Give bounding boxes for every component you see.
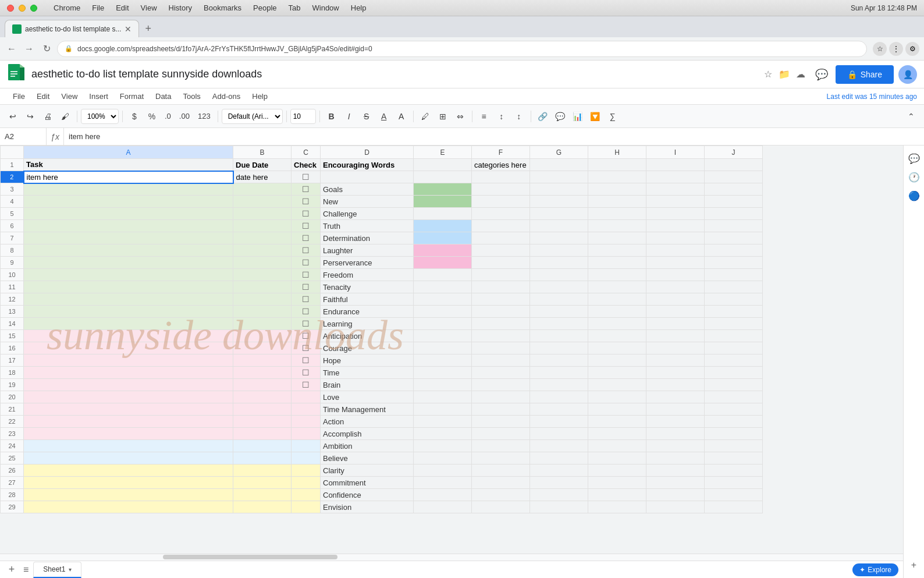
col-header-A[interactable]: A — [24, 146, 233, 159]
cell-G18[interactable] — [530, 367, 588, 379]
cell-E25[interactable] — [414, 452, 472, 464]
cell-A18[interactable] — [24, 367, 233, 379]
cell-H15[interactable] — [588, 330, 646, 342]
font-size-input[interactable] — [290, 109, 316, 124]
cell-F27[interactable] — [472, 477, 530, 489]
cell-F28[interactable] — [472, 489, 530, 501]
print-button[interactable]: 🖨 — [40, 108, 56, 125]
cell-B5[interactable] — [233, 208, 292, 220]
cell-J16[interactable] — [705, 342, 763, 354]
cell-C19[interactable]: ☐ — [292, 379, 321, 391]
cell-H22[interactable] — [588, 416, 646, 428]
redo-button[interactable]: ↪ — [22, 108, 38, 125]
cell-B12[interactable] — [233, 293, 292, 306]
cell-C27[interactable] — [292, 477, 321, 489]
cell-A1[interactable]: Task — [24, 159, 233, 171]
cell-C28[interactable] — [292, 489, 321, 501]
address-bar[interactable]: 🔒 docs.google.com/spreadsheets/d/1fo7jAr… — [57, 41, 867, 57]
mac-menu-file[interactable]: File — [92, 3, 104, 12]
cell-E29[interactable] — [414, 501, 472, 513]
menu-tools[interactable]: Tools — [177, 90, 206, 103]
chrome-tab-active[interactable]: aesthetic to-do list template s... ✕ — [5, 20, 139, 37]
align-justify-button[interactable]: ↕ — [511, 108, 527, 125]
cloud-icon[interactable]: ☁ — [795, 69, 806, 80]
cell-E3[interactable] — [414, 183, 472, 196]
cell-E15[interactable] — [414, 330, 472, 342]
cell-C20[interactable] — [292, 391, 321, 403]
italic-button[interactable]: I — [341, 108, 357, 125]
cell-C4[interactable]: ☐ — [292, 196, 321, 208]
bookmark-icon[interactable]: ☆ — [873, 42, 887, 56]
cell-E19[interactable] — [414, 379, 472, 391]
cell-I7[interactable] — [646, 232, 705, 244]
cell-I24[interactable] — [646, 440, 705, 452]
cell-D14[interactable]: Learning — [321, 318, 414, 330]
cell-F2[interactable] — [472, 171, 530, 183]
cell-A26[interactable] — [24, 464, 233, 477]
cell-J8[interactable] — [705, 244, 763, 257]
cell-C11[interactable]: ☐ — [292, 281, 321, 293]
cell-E28[interactable] — [414, 489, 472, 501]
cell-E16[interactable] — [414, 342, 472, 354]
cell-I8[interactable] — [646, 244, 705, 257]
cell-I19[interactable] — [646, 379, 705, 391]
mac-menu-bookmarks[interactable]: Bookmarks — [204, 3, 241, 12]
chart-button[interactable]: 📊 — [570, 108, 586, 125]
cell-H7[interactable] — [588, 232, 646, 244]
cell-D24[interactable]: Ambition — [321, 440, 414, 452]
cell-F21[interactable] — [472, 403, 530, 416]
cell-H20[interactable] — [588, 391, 646, 403]
cell-H5[interactable] — [588, 208, 646, 220]
cell-C2[interactable]: ☐ — [292, 171, 321, 183]
cell-D22[interactable]: Action — [321, 416, 414, 428]
col-header-G[interactable]: G — [530, 146, 588, 159]
align-left-button[interactable]: ≡ — [476, 108, 492, 125]
cell-E14[interactable] — [414, 318, 472, 330]
merge-button[interactable]: ⇔ — [452, 108, 468, 125]
cell-J25[interactable] — [705, 452, 763, 464]
cell-I3[interactable] — [646, 183, 705, 196]
close-btn[interactable] — [7, 5, 14, 12]
cell-J14[interactable] — [705, 318, 763, 330]
forward-button[interactable]: → — [22, 42, 36, 56]
cell-A5[interactable] — [24, 208, 233, 220]
cell-H25[interactable] — [588, 452, 646, 464]
cell-A28[interactable] — [24, 489, 233, 501]
cell-H27[interactable] — [588, 477, 646, 489]
cell-J13[interactable] — [705, 306, 763, 318]
cell-B27[interactable] — [233, 477, 292, 489]
cell-H9[interactable] — [588, 257, 646, 269]
cell-J12[interactable] — [705, 293, 763, 306]
cell-J29[interactable] — [705, 501, 763, 513]
cell-F18[interactable] — [472, 367, 530, 379]
cell-C26[interactable] — [292, 464, 321, 477]
horizontal-scrollbar[interactable] — [0, 554, 903, 561]
cell-E8[interactable] — [414, 244, 472, 257]
cell-J28[interactable] — [705, 489, 763, 501]
cell-D12[interactable]: Faithful — [321, 293, 414, 306]
sheet-tab-dropdown-icon[interactable]: ▾ — [69, 566, 72, 573]
cell-I6[interactable] — [646, 220, 705, 232]
cell-F12[interactable] — [472, 293, 530, 306]
maximize-btn[interactable] — [30, 5, 37, 12]
cell-E6[interactable] — [414, 220, 472, 232]
cell-H18[interactable] — [588, 367, 646, 379]
cell-G6[interactable] — [530, 220, 588, 232]
cell-G8[interactable] — [530, 244, 588, 257]
cell-F29[interactable] — [472, 501, 530, 513]
cell-G15[interactable] — [530, 330, 588, 342]
ext-icon-1[interactable]: ⋮ — [889, 42, 903, 56]
new-tab-button[interactable]: + — [141, 20, 155, 37]
cell-I23[interactable] — [646, 428, 705, 440]
cell-C5[interactable]: ☐ — [292, 208, 321, 220]
cell-J5[interactable] — [705, 208, 763, 220]
cell-C10[interactable]: ☐ — [292, 269, 321, 281]
collapse-button[interactable]: ⌃ — [903, 108, 919, 125]
cell-H6[interactable] — [588, 220, 646, 232]
cell-D21[interactable]: Time Management — [321, 403, 414, 416]
back-button[interactable]: ← — [5, 42, 19, 56]
cell-F23[interactable] — [472, 428, 530, 440]
cell-G9[interactable] — [530, 257, 588, 269]
chat-panel-icon[interactable]: 💬 — [906, 150, 922, 166]
cell-F24[interactable] — [472, 440, 530, 452]
